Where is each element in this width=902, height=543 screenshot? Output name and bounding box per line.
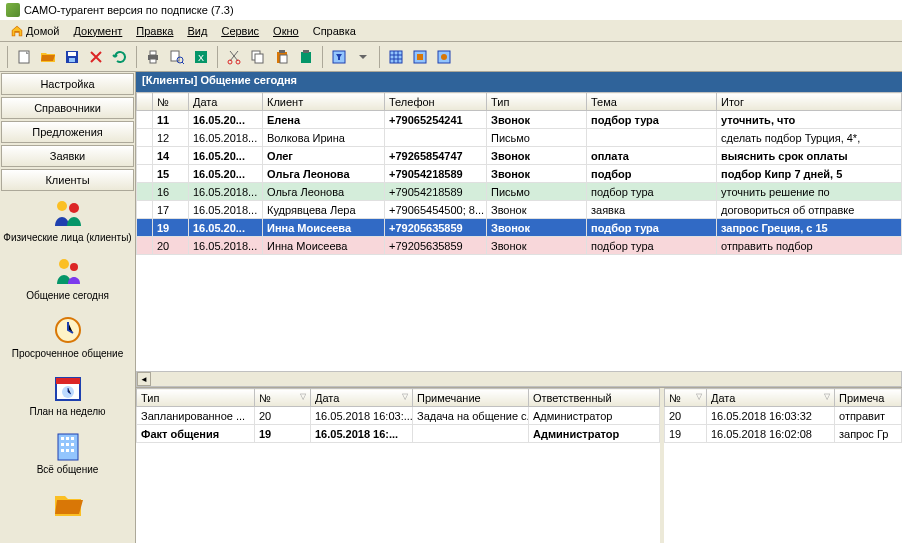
svg-rect-6	[150, 59, 156, 63]
svg-rect-36	[66, 437, 69, 440]
tb-new[interactable]	[13, 46, 35, 68]
svg-rect-41	[61, 449, 64, 452]
table-row[interactable]: Запланированное ...2016.05.2018 16:03:..…	[137, 407, 660, 425]
menu-view[interactable]: Вид	[182, 23, 214, 39]
grid3-icon	[436, 49, 452, 65]
tb-delete[interactable]	[85, 46, 107, 68]
people-icon	[52, 198, 84, 230]
cut-icon	[226, 49, 242, 65]
table-row[interactable]: 1116.05.20...Елена+79065254241Звонокподб…	[137, 111, 902, 129]
col-blank[interactable]	[137, 93, 153, 111]
table-row[interactable]: 1916.05.2018 16:02:08запрос Гр	[665, 425, 902, 443]
app-icon	[6, 3, 20, 17]
bl-col-note[interactable]: Примечание	[413, 389, 529, 407]
bl-col-resp[interactable]: Ответственный	[529, 389, 660, 407]
br-col-note[interactable]: Примеча	[835, 389, 902, 407]
hscroll[interactable]: ◄	[136, 371, 902, 387]
svg-point-27	[69, 203, 79, 213]
col-date[interactable]: Дата	[189, 93, 263, 111]
delete-icon	[88, 49, 104, 65]
br-col-num[interactable]: № ▽	[665, 389, 707, 407]
nav-clients[interactable]: Физические лица (клиенты)	[0, 192, 135, 250]
tb-save[interactable]	[61, 46, 83, 68]
nav-today[interactable]: Общение сегодня	[0, 250, 135, 308]
tb-grid2[interactable]	[409, 46, 431, 68]
nav-week[interactable]: План на неделю	[0, 366, 135, 424]
tb-print[interactable]	[142, 46, 164, 68]
bl-col-num[interactable]: № ▽	[255, 389, 311, 407]
dropdown-icon	[355, 49, 371, 65]
menu-service[interactable]: Сервис	[215, 23, 265, 39]
col-type[interactable]: Тип	[487, 93, 587, 111]
grid-header-row: № Дата Клиент Телефон Тип Тема Итог	[137, 93, 902, 111]
tb-grid3[interactable]	[433, 46, 455, 68]
paste-special-icon	[298, 49, 314, 65]
table-row[interactable]: 2016.05.2018...Инна Моисеева+79205635859…	[137, 237, 902, 255]
svg-rect-7	[171, 51, 179, 61]
calendar-icon	[52, 372, 84, 404]
bottom-left-grid[interactable]: Тип № ▽ Дата ▽ Примечание Ответственный …	[136, 388, 660, 443]
menu-document[interactable]: Документ	[68, 23, 129, 39]
bl-col-date[interactable]: Дата ▽	[311, 389, 413, 407]
table-row[interactable]: 2016.05.2018 16:03:32отправит	[665, 407, 902, 425]
table-row[interactable]: 1216.05.2018...Волкова ИринаПисьмосделат…	[137, 129, 902, 147]
svg-rect-16	[279, 50, 285, 53]
toolbar: X	[0, 42, 902, 72]
svg-rect-35	[61, 437, 64, 440]
svg-rect-23	[417, 54, 423, 60]
tb-copy[interactable]	[247, 46, 269, 68]
svg-rect-18	[301, 52, 311, 63]
col-topic[interactable]: Тема	[587, 93, 717, 111]
nav-all[interactable]: Всё общение	[0, 424, 135, 482]
bl-col-type[interactable]: Тип	[137, 389, 255, 407]
svg-rect-14	[255, 54, 263, 63]
side-btn-offers[interactable]: Предложения	[1, 121, 134, 143]
filter-icon	[331, 49, 347, 65]
sidebar: Настройка Справочники Предложения Заявки…	[0, 72, 136, 543]
nav-overdue[interactable]: Просроченное общение	[0, 308, 135, 366]
menu-home[interactable]: Домой	[4, 22, 66, 40]
table-row[interactable]: 1616.05.2018...Ольга Леонова+79054218589…	[137, 183, 902, 201]
table-row[interactable]: Факт общения1916.05.2018 16:...Администр…	[137, 425, 660, 443]
tb-dropdown[interactable]	[352, 46, 374, 68]
menu-help[interactable]: Справка	[307, 23, 362, 39]
tb-paste-special[interactable]	[295, 46, 317, 68]
col-result[interactable]: Итог	[717, 93, 902, 111]
svg-rect-42	[66, 449, 69, 452]
side-btn-refs[interactable]: Справочники	[1, 97, 134, 119]
col-client[interactable]: Клиент	[263, 93, 385, 111]
tb-excel[interactable]: X	[190, 46, 212, 68]
tb-filter[interactable]	[328, 46, 350, 68]
table-row[interactable]: 1916.05.20...Инна Моисеева+79205635859Зв…	[137, 219, 902, 237]
grid2-icon	[412, 49, 428, 65]
svg-rect-2	[68, 52, 76, 56]
br-col-date[interactable]: Дата ▽	[707, 389, 835, 407]
tb-paste[interactable]	[271, 46, 293, 68]
svg-point-28	[59, 259, 69, 269]
svg-rect-5	[150, 51, 156, 55]
side-btn-settings[interactable]: Настройка	[1, 73, 134, 95]
tb-preview[interactable]	[166, 46, 188, 68]
bottom-split: Тип № ▽ Дата ▽ Примечание Ответственный …	[136, 387, 902, 543]
svg-rect-17	[280, 55, 287, 63]
tb-grid1[interactable]	[385, 46, 407, 68]
tb-refresh[interactable]	[109, 46, 131, 68]
menu-edit[interactable]: Правка	[130, 23, 179, 39]
col-num[interactable]: №	[153, 93, 189, 111]
tb-cut[interactable]	[223, 46, 245, 68]
tb-open[interactable]	[37, 46, 59, 68]
side-btn-requests[interactable]: Заявки	[1, 145, 134, 167]
side-btn-clients[interactable]: Клиенты	[1, 169, 134, 191]
nav-folder[interactable]	[0, 482, 135, 528]
col-phone[interactable]: Телефон	[385, 93, 487, 111]
svg-text:X: X	[198, 53, 204, 63]
menu-window[interactable]: Окно	[267, 23, 305, 39]
scroll-left-icon[interactable]: ◄	[137, 372, 151, 386]
main-grid[interactable]: № Дата Клиент Телефон Тип Тема Итог 1116…	[136, 92, 902, 255]
svg-point-29	[70, 263, 78, 271]
table-row[interactable]: 1516.05.20...Ольга Леонова+79054218589Зв…	[137, 165, 902, 183]
svg-point-26	[57, 201, 67, 211]
bottom-right-grid[interactable]: № ▽ Дата ▽ Примеча 2016.05.2018 16:03:32…	[664, 388, 902, 443]
table-row[interactable]: 1416.05.20...Олег+79265854747Звонокоплат…	[137, 147, 902, 165]
table-row[interactable]: 1716.05.2018...Кудрявцева Лера+790654545…	[137, 201, 902, 219]
